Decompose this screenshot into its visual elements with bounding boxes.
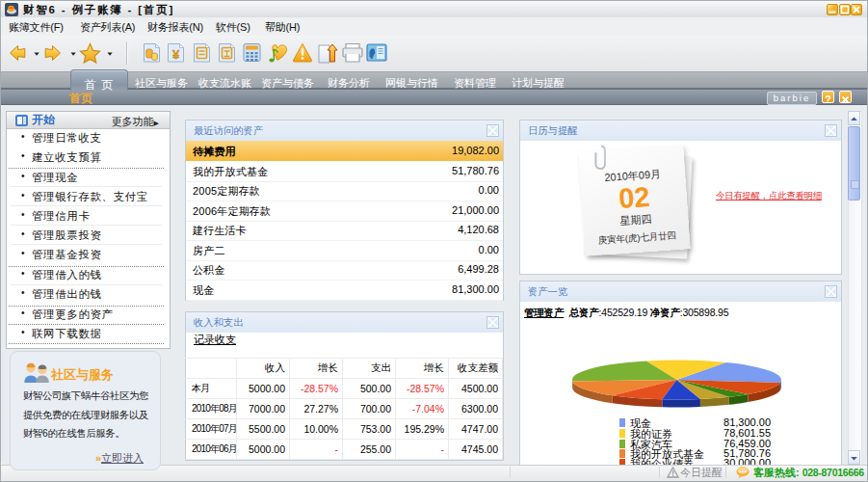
svg-text:¥: ¥ bbox=[172, 47, 180, 62]
svg-text:?: ? bbox=[825, 94, 830, 105]
